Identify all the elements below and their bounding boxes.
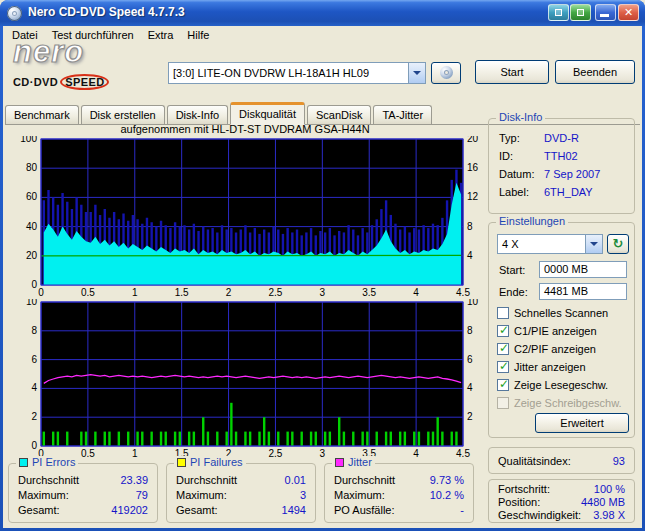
chevron-down-icon xyxy=(413,71,421,75)
stat-value: - xyxy=(460,504,464,516)
scan-speed-dropdown[interactable] xyxy=(585,235,602,253)
stat-label: Durchschnitt xyxy=(18,474,79,486)
checkbox-box[interactable] xyxy=(497,343,509,355)
checkbox-c1-pie[interactable]: C1/PIE anzeigen xyxy=(497,325,597,337)
svg-text:3: 3 xyxy=(320,287,326,298)
drive-select-value: [3:0] LITE-ON DVDRW LH-18A1H HL09 xyxy=(169,67,408,79)
svg-text:4.5: 4.5 xyxy=(456,448,470,459)
checkbox-box[interactable] xyxy=(497,361,509,373)
svg-text:6: 6 xyxy=(467,354,473,365)
tab-benchmark[interactable]: Benchmark xyxy=(5,105,79,124)
minimize-icon xyxy=(600,14,609,17)
svg-text:0.5: 0.5 xyxy=(81,287,95,298)
speed-value: 3.98 X xyxy=(593,509,625,521)
settings-group: Einstellungen 4 X ↻ Start: 0000 MB Ende:… xyxy=(488,222,635,438)
advanced-button[interactable]: Erweitert xyxy=(535,413,629,433)
stat-label: Maximum: xyxy=(176,489,227,501)
menu-extra[interactable]: Extra xyxy=(141,27,181,43)
start-position-label: Start: xyxy=(499,264,525,276)
camera-icon xyxy=(577,9,584,16)
svg-text:4: 4 xyxy=(413,448,419,459)
stat-value: 3 xyxy=(300,489,306,501)
stat-value: 23.39 xyxy=(120,474,148,486)
svg-text:8: 8 xyxy=(467,325,473,336)
chevron-down-icon xyxy=(590,242,598,246)
svg-text:2: 2 xyxy=(226,287,232,298)
svg-text:10: 10 xyxy=(467,299,479,307)
window-client-area: Datei Test durchführen Extra Hilfe nero … xyxy=(3,26,642,528)
minimize-button[interactable] xyxy=(595,4,616,21)
svg-text:80: 80 xyxy=(26,162,38,173)
start-button[interactable]: Start xyxy=(475,60,549,84)
stat-label: PO Ausfälle: xyxy=(334,504,395,516)
checkbox-box[interactable] xyxy=(497,325,509,337)
checkbox-schreibgeschw: Zeige Schreibgeschw. xyxy=(497,397,622,409)
checkbox-schnelles-scannen[interactable]: Schnelles Scannen xyxy=(497,307,608,319)
speed-label: Geschwindigkeit: xyxy=(498,509,581,521)
drive-select-dropdown[interactable] xyxy=(408,63,425,83)
checkbox-label: Zeige Schreibgeschw. xyxy=(514,397,622,409)
disk-label-value: 6TH_DAY xyxy=(544,186,593,198)
window-title: Nero CD-DVD Speed 4.7.7.3 xyxy=(28,5,185,19)
refresh-button[interactable]: ↻ xyxy=(607,234,629,254)
svg-text:2: 2 xyxy=(467,411,473,422)
stat-value: 79 xyxy=(136,489,148,501)
tab-ta-jitter[interactable]: TA-Jitter xyxy=(373,105,432,124)
svg-text:12: 12 xyxy=(467,191,479,202)
svg-text:20: 20 xyxy=(467,136,479,144)
quit-button[interactable]: Beenden xyxy=(555,60,635,84)
pi-failures-panel-title: PI Failures xyxy=(174,456,246,468)
progress-value: 100 % xyxy=(594,483,625,495)
svg-text:10: 10 xyxy=(26,299,38,307)
scan-speed-select[interactable]: 4 X xyxy=(497,234,603,254)
stat-value: 419202 xyxy=(111,504,148,516)
app-icon xyxy=(7,6,22,21)
svg-text:4: 4 xyxy=(467,250,473,261)
checkbox-box[interactable] xyxy=(497,307,509,319)
tab-disk-erstellen[interactable]: Disk erstellen xyxy=(81,105,165,124)
checkbox-label: Zeige Lesegeschw. xyxy=(514,379,608,391)
svg-text:3.5: 3.5 xyxy=(362,287,376,298)
disk-date-label: Datum: xyxy=(499,168,534,180)
svg-text:16: 16 xyxy=(467,162,479,173)
checkbox-label: Schnelles Scannen xyxy=(514,307,608,319)
website-button[interactable] xyxy=(548,4,569,21)
checkbox-jitter[interactable]: Jitter anzeigen xyxy=(497,361,586,373)
checkbox-lesegeschw[interactable]: Zeige Lesegeschw. xyxy=(497,379,608,391)
checkbox-box[interactable] xyxy=(497,379,509,391)
panel-icon xyxy=(555,9,562,16)
svg-text:1: 1 xyxy=(132,448,138,459)
checkbox-c2-pif[interactable]: C2/PIF anzeigen xyxy=(497,343,596,355)
pif-color-swatch xyxy=(177,458,186,467)
stat-value: 1494 xyxy=(282,504,306,516)
disk-id-label: ID: xyxy=(499,150,513,162)
eject-disc-button[interactable] xyxy=(431,62,461,84)
svg-text:40: 40 xyxy=(26,221,38,232)
progress-group: Fortschritt:100 % Position:4480 MB Gesch… xyxy=(488,479,635,523)
svg-text:20: 20 xyxy=(26,250,38,261)
tab-disk-info[interactable]: Disk-Info xyxy=(167,105,228,124)
tab-scandisk[interactable]: ScanDisk xyxy=(307,105,371,124)
tab-diskqualitaet[interactable]: Diskqualität xyxy=(230,102,305,125)
scan-speed-value: 4 X xyxy=(498,238,585,250)
drive-select[interactable]: [3:0] LITE-ON DVDRW LH-18A1H HL09 xyxy=(168,62,426,84)
end-position-field[interactable]: 4481 MB xyxy=(539,283,627,300)
close-button[interactable]: ✕ xyxy=(618,4,639,21)
start-position-field[interactable]: 0000 MB xyxy=(539,261,627,278)
disk-label-label: Label: xyxy=(499,186,529,198)
disk-date-value: 7 Sep 2007 xyxy=(544,168,600,180)
position-value: 4480 MB xyxy=(581,496,625,508)
app-window: Nero CD-DVD Speed 4.7.7.3 ✕ Datei Test d… xyxy=(0,0,645,531)
svg-text:100: 100 xyxy=(20,136,37,144)
stat-label: Maximum: xyxy=(334,489,385,501)
stat-value: 10.2 % xyxy=(430,489,464,501)
svg-text:60: 60 xyxy=(26,191,38,202)
quality-index-group: Qualitätsindex:93 xyxy=(488,447,635,474)
menu-hilfe[interactable]: Hilfe xyxy=(180,27,216,43)
jitter-panel: Jitter Durchschnitt9.73 % Maximum:10.2 %… xyxy=(324,463,474,523)
stat-label: Gesamt: xyxy=(18,504,60,516)
title-bar[interactable]: Nero CD-DVD Speed 4.7.7.3 ✕ xyxy=(0,0,645,26)
disk-type-value: DVD-R xyxy=(544,132,579,144)
pif-jitter-chart: 022446688101000.511.522.533.544.5 xyxy=(5,299,485,459)
screenshot-button[interactable] xyxy=(570,4,591,21)
